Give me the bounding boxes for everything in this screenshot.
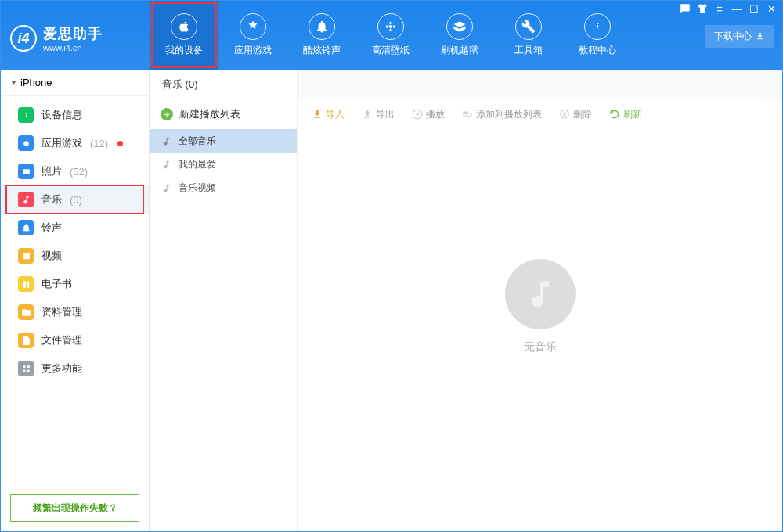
chat-icon[interactable] <box>680 3 691 14</box>
sidebar-list: 设备信息 应用游戏 (12) 照片 (52) 音乐 (0) 铃声 <box>1 96 149 485</box>
nav-tutorials[interactable]: i 教程中心 <box>563 1 632 70</box>
shirt-icon[interactable] <box>697 3 708 14</box>
sidebar-item-music[interactable]: 音乐 (0) <box>1 185 149 214</box>
sidebar-label: 资料管理 <box>41 305 82 319</box>
import-button[interactable]: 导入 <box>312 108 345 121</box>
chevron-down-icon: ▾ <box>12 78 16 87</box>
logo-icon: i4 <box>10 25 37 52</box>
import-icon <box>312 109 323 120</box>
nav-toolbox[interactable]: 工具箱 <box>494 1 563 70</box>
category-all-music[interactable]: 全部音乐 <box>150 129 297 153</box>
download-center-button[interactable]: 下载中心 <box>705 25 774 48</box>
bell-icon <box>18 220 34 235</box>
music-note-icon <box>161 159 172 171</box>
apple-icon <box>171 13 197 40</box>
play-icon <box>412 109 423 120</box>
category-label: 音乐视频 <box>179 182 216 195</box>
nav-label: 教程中心 <box>579 44 616 57</box>
info-icon: i <box>584 13 611 40</box>
device-selector[interactable]: ▾ iPhone <box>1 70 149 96</box>
category-music-video[interactable]: 音乐视频 <box>150 176 297 200</box>
sidebar-label: 视频 <box>41 249 62 263</box>
action-label: 刷新 <box>623 108 642 121</box>
close-icon[interactable]: ✕ <box>766 3 777 14</box>
nav-my-device[interactable]: 我的设备 <box>150 1 218 70</box>
nav-label: 应用游戏 <box>234 44 272 57</box>
app-icon <box>18 135 34 151</box>
delete-icon <box>559 109 570 120</box>
tab-music[interactable]: 音乐 (0) <box>150 70 211 99</box>
empty-state: 无音乐 <box>298 129 782 531</box>
svg-point-3 <box>386 25 388 27</box>
sidebar-label: 应用游戏 <box>41 136 82 150</box>
nav-app-games[interactable]: 应用游戏 <box>218 1 287 70</box>
action-label: 播放 <box>426 108 445 121</box>
brand-text: 爱思助手 www.i4.cn <box>43 24 103 52</box>
delete-button[interactable]: 删除 <box>559 108 592 121</box>
body-layout: ▾ iPhone 设备信息 应用游戏 (12) 照片 (52) 音乐 <box>1 70 782 531</box>
sidebar-item-photos[interactable]: 照片 (52) <box>1 157 149 185</box>
svg-point-6 <box>23 141 29 146</box>
nav-label: 高清壁纸 <box>372 44 410 57</box>
sidebar-item-more[interactable]: 更多功能 <box>1 354 149 383</box>
sidebar-item-apps[interactable]: 应用游戏 (12) <box>1 129 149 157</box>
nav-flash-jailbreak[interactable]: 刷机越狱 <box>425 1 494 70</box>
main-content: 导入 导出 播放 添加到播放列表 删除 刷新 <box>298 70 782 531</box>
category-label: 全部音乐 <box>179 135 216 148</box>
new-playlist-label: 新建播放列表 <box>179 107 240 121</box>
nav-ringtones[interactable]: 酷炫铃声 <box>287 1 356 70</box>
help-link[interactable]: 频繁出现操作失败？ <box>10 494 139 522</box>
sidebar-label: 更多功能 <box>41 361 82 376</box>
sidebar-label: 音乐 <box>41 192 62 207</box>
action-bar: 导入 导出 播放 添加到播放列表 删除 刷新 <box>298 99 782 129</box>
device-sidebar: ▾ iPhone 设备信息 应用游戏 (12) 照片 (52) 音乐 <box>1 70 150 531</box>
sidebar-item-device-info[interactable]: 设备信息 <box>1 101 149 129</box>
svg-point-1 <box>389 22 392 24</box>
nav-label: 刷机越狱 <box>441 44 478 57</box>
photo-icon <box>18 164 34 179</box>
sidebar-label: 设备信息 <box>41 108 82 122</box>
appstore-icon <box>240 13 266 40</box>
brand-title: 爱思助手 <box>43 24 103 43</box>
window-controls: ≡ — ☐ ✕ <box>680 3 777 14</box>
sidebar-label: 照片 <box>41 164 62 178</box>
new-playlist-button[interactable]: + 新建播放列表 <box>150 99 297 129</box>
grid-icon <box>18 361 34 376</box>
svg-rect-13 <box>23 369 25 372</box>
category-favorites[interactable]: 我的最爱 <box>150 153 297 176</box>
download-center-label: 下载中心 <box>714 30 752 43</box>
folder-icon <box>18 304 34 320</box>
flower-icon <box>377 13 404 40</box>
sidebar-item-data-mgmt[interactable]: 资料管理 <box>1 298 149 326</box>
toolbar-spacer <box>298 70 782 99</box>
minimize-icon[interactable]: — <box>731 3 742 14</box>
music-category-panel: 音乐 (0) + 新建播放列表 全部音乐 我的最爱 音乐视频 <box>150 70 298 531</box>
play-button[interactable]: 播放 <box>412 108 445 121</box>
sidebar-item-ringtones[interactable]: 铃声 <box>1 214 149 242</box>
svg-text:i: i <box>597 22 599 31</box>
empty-music-icon <box>505 259 576 329</box>
maximize-icon[interactable]: ☐ <box>749 3 760 14</box>
sidebar-item-file-mgmt[interactable]: 文件管理 <box>1 326 149 354</box>
brand-subtitle: www.i4.cn <box>43 43 103 52</box>
export-button[interactable]: 导出 <box>362 108 395 121</box>
sidebar-item-ebooks[interactable]: 电子书 <box>1 270 149 298</box>
download-icon <box>756 32 764 41</box>
sidebar-count: (0) <box>70 194 82 206</box>
sidebar-count: (12) <box>90 138 108 149</box>
menu-icon[interactable]: ≡ <box>714 3 725 14</box>
plus-icon: + <box>161 108 173 120</box>
sidebar-item-videos[interactable]: 视频 <box>1 242 149 270</box>
nav-label: 工具箱 <box>514 44 543 57</box>
category-label: 我的最爱 <box>179 158 216 171</box>
nav-wallpapers[interactable]: 高清壁纸 <box>356 1 425 70</box>
sidebar-count: (52) <box>70 166 88 178</box>
add-to-playlist-button[interactable]: 添加到播放列表 <box>462 108 542 121</box>
wrench-icon <box>515 13 542 40</box>
nav-label: 酷炫铃声 <box>303 44 341 57</box>
refresh-button[interactable]: 刷新 <box>609 108 642 121</box>
box-open-icon <box>446 13 473 40</box>
svg-rect-10 <box>27 281 29 288</box>
film-icon <box>18 248 34 264</box>
action-label: 导出 <box>376 108 395 121</box>
